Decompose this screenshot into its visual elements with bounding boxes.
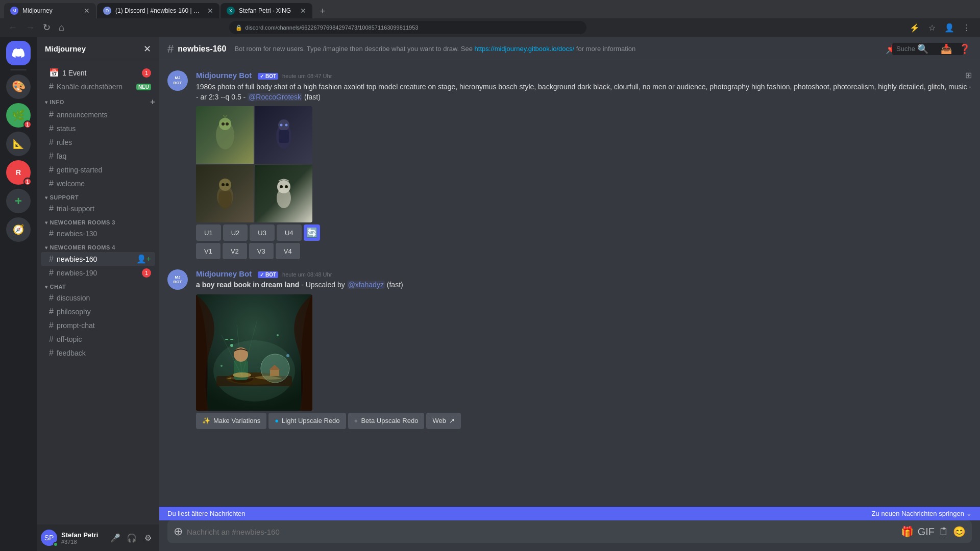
extensions-icon[interactable]: ⚡ <box>908 20 922 35</box>
tab-discord[interactable]: D (1) Discord | #newbies-160 | Mid... ✕ <box>97 3 219 18</box>
help-icon[interactable]: ❓ <box>958 42 972 56</box>
sidebar-item-rules[interactable]: # rules <box>41 136 155 149</box>
svg-point-30 <box>230 344 233 347</box>
grid-image-2[interactable] <box>255 106 312 164</box>
make-variations-btn[interactable]: ✨ Make Variations <box>196 413 266 429</box>
gift-icon[interactable]: 🎁 <box>901 525 914 538</box>
server-icon-green[interactable]: 🌿 1 <box>6 103 31 128</box>
refresh-btn[interactable]: 🔄 <box>304 224 320 241</box>
nav-bar: ← → ↻ ⌂ 🔒 discord.com/channels/662267976… <box>0 18 980 37</box>
image-expand-icon-1[interactable]: ⊞ <box>965 70 972 80</box>
plus-icon-info[interactable]: + <box>150 97 155 107</box>
channel-header: # newbies-160 Bot room for new users. Ty… <box>159 37 980 61</box>
sidebar-item-trial-support[interactable]: # trial-support <box>41 202 155 215</box>
new-tab-button[interactable]: + <box>315 4 330 18</box>
server-icon-add[interactable]: + <box>6 189 31 213</box>
sidebar-item-newbies-130[interactable]: # newbies-130 <box>41 227 155 240</box>
svg-point-18 <box>285 185 288 188</box>
sidebar-item-newbies-190[interactable]: # newbies-190 1 <box>41 266 155 280</box>
mute-button[interactable]: 🎤 <box>108 531 122 545</box>
home-button[interactable]: ⌂ <box>57 20 66 35</box>
section-header-newcomer3[interactable]: ▾ NEWCOMER ROOMS 3 <box>37 217 159 227</box>
hash-icon-prompt: # <box>49 321 54 330</box>
back-button[interactable]: ← <box>6 20 19 35</box>
tab-close-midjourney[interactable]: ✕ <box>84 7 90 15</box>
variation-btn-3[interactable]: V3 <box>249 243 274 259</box>
grid-image-3[interactable] <box>196 165 254 222</box>
svg-point-10 <box>285 123 287 126</box>
profile-icon[interactable]: 👤 <box>942 20 957 35</box>
inbox-icon[interactable]: 📥 <box>939 42 953 56</box>
settings-button[interactable]: ⚙ <box>141 531 155 545</box>
server-icon-midjourney[interactable]: 🎨 <box>6 74 31 99</box>
sidebar-item-discussion[interactable]: # discussion <box>41 291 155 305</box>
tab-xing[interactable]: X Stefan Petri · XING ✕ <box>220 3 312 18</box>
server-icon-red[interactable]: R 1 <box>6 160 31 185</box>
svg-line-2 <box>223 115 225 118</box>
section-header-support[interactable]: ▾ SUPPORT <box>37 192 159 202</box>
variation-btn-4[interactable]: V4 <box>276 243 300 259</box>
sidebar-item-getting-started[interactable]: # getting-started <box>41 163 155 177</box>
section-label-newcomer3: NEWCOMER ROOMS 3 <box>50 219 115 226</box>
sidebar-item-browse[interactable]: # Kanäle durchstöbern NEU <box>41 80 155 93</box>
message-input[interactable] <box>187 528 897 536</box>
server-icon-discord[interactable] <box>6 41 31 65</box>
grid-image-1[interactable] <box>196 106 254 164</box>
sidebar-item-off-topic[interactable]: # off-topic <box>41 333 155 346</box>
sidebar-item-announcements[interactable]: # announcements <box>41 108 155 121</box>
channel-name-130: newbies-130 <box>57 230 151 238</box>
tab-close-xing[interactable]: ✕ <box>300 7 306 15</box>
upscale-btn-4[interactable]: U4 <box>277 224 302 241</box>
gif-icon[interactable]: GIF <box>918 526 935 538</box>
upscale-btn-3[interactable]: U3 <box>250 224 275 241</box>
upscale-btn-1[interactable]: U1 <box>196 224 221 241</box>
tab-close-discord[interactable]: ✕ <box>207 7 213 15</box>
variation-btn-1[interactable]: V1 <box>196 243 220 259</box>
beta-upscale-redo-btn[interactable]: ● Beta Upscale Redo <box>348 413 425 429</box>
jump-newest-button[interactable]: Zu neuen Nachrichten springen ⌄ <box>872 510 972 517</box>
address-bar[interactable]: 🔒 discord.com/channels/66226797698429747… <box>229 21 586 34</box>
sidebar-item-philosophy[interactable]: # philosophy <box>41 305 155 318</box>
single-image[interactable] <box>196 294 312 411</box>
grid-image-4[interactable] <box>255 165 312 222</box>
sidebar-item-prompt-chat[interactable]: # prompt-chat <box>41 319 155 332</box>
search-icon[interactable]: Suche 🔍 <box>921 42 935 56</box>
forward-button[interactable]: → <box>23 20 37 35</box>
sidebar-item-newbies-160[interactable]: # newbies-160 👤+ <box>41 252 155 266</box>
add-attachment-button[interactable]: ⊕ <box>174 525 183 538</box>
sidebar-item-status[interactable]: # status <box>41 122 155 135</box>
section-header-info[interactable]: ▾ INFO + <box>37 95 159 108</box>
section-header-newcomer4[interactable]: ▾ NEWCOMER ROOMS 4 <box>37 242 159 252</box>
server-icon-explore[interactable]: 🧭 <box>6 217 31 242</box>
sidebar-item-feedback[interactable]: # feedback <box>41 346 155 360</box>
server-header[interactable]: Midjourney ✕ <box>37 37 159 61</box>
message-group-1: MJBOT Midjourney Bot ✓ BOT heute um 08:4… <box>159 69 980 260</box>
settings-icon[interactable]: ⋮ <box>960 20 974 35</box>
channel-name-discussion: discussion <box>57 294 151 302</box>
reload-button[interactable]: ↻ <box>41 20 53 35</box>
upscale-btn-2[interactable]: U2 <box>223 224 248 241</box>
header-actions: 📌 👥 Suche 🔍 📥 ❓ <box>884 42 972 56</box>
sticker-icon[interactable]: 🗒 <box>939 526 949 538</box>
user-avatar: SP <box>41 530 57 546</box>
section-arrow-newcomer4: ▾ <box>45 245 48 251</box>
light-upscale-redo-btn[interactable]: ● Light Upscale Redo <box>268 413 346 429</box>
hash-icon-rules: # <box>49 138 54 147</box>
message-header-1: Midjourney Bot ✓ BOT heute um 08:47 Uhr … <box>196 70 972 80</box>
bookmark-icon[interactable]: ☆ <box>925 20 939 35</box>
sidebar-item-welcome[interactable]: # welcome <box>41 177 155 190</box>
sidebar-item-event[interactable]: 📅 1 Event 1 <box>41 66 155 80</box>
section-label-info: INFO <box>50 99 64 105</box>
sidebar-item-faq[interactable]: # faq <box>41 149 155 163</box>
server-icon-gray1[interactable]: 📐 <box>6 132 31 156</box>
nav-icons: ⚡ ☆ 👤 ⋮ <box>908 20 974 35</box>
emoji-icon[interactable]: 😊 <box>953 525 966 538</box>
tab-midjourney[interactable]: M Midjourney ✕ <box>4 3 96 18</box>
web-btn[interactable]: Web ↗ <box>426 413 461 429</box>
deafen-button[interactable]: 🎧 <box>125 531 139 545</box>
channels-list: 📅 1 Event 1 # Kanäle durchstöbern NEU ▾ … <box>37 61 159 524</box>
section-header-chat[interactable]: ▾ CHAT <box>37 282 159 291</box>
docs-link[interactable]: https://midjourney.gitbook.io/docs/ <box>475 45 575 53</box>
svg-point-4 <box>222 122 225 126</box>
variation-btn-2[interactable]: V2 <box>223 243 247 259</box>
